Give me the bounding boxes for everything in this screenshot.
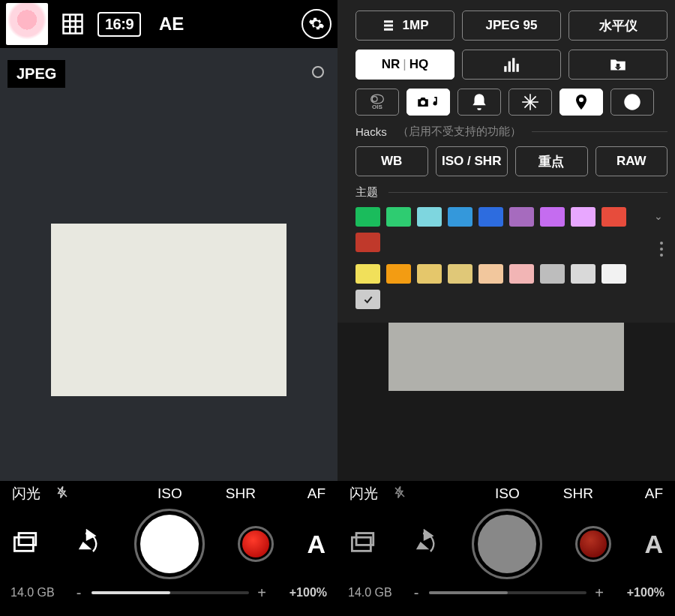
resolution-button[interactable]: 1MP xyxy=(356,11,454,41)
theme-swatch[interactable] xyxy=(448,264,472,284)
divider-line xyxy=(388,192,668,193)
chevron-down-icon[interactable]: ⌄ xyxy=(654,210,663,222)
filter-button[interactable] xyxy=(408,529,438,559)
status-row: 14.0 GB - + +100% xyxy=(346,581,666,604)
divider-text: | xyxy=(403,57,406,72)
zoom-slider[interactable] xyxy=(92,591,249,594)
nr-hq-button[interactable]: NR | HQ xyxy=(356,50,454,80)
theme-swatch[interactable] xyxy=(356,233,380,252)
notification-button[interactable] xyxy=(458,89,501,116)
svg-rect-15 xyxy=(512,58,514,71)
format-badge: JPEG xyxy=(8,60,65,88)
shutter-button[interactable] xyxy=(134,509,205,579)
grid-icon[interactable] xyxy=(62,13,84,35)
theme-swatch[interactable] xyxy=(417,264,442,284)
rotation-lock-button[interactable] xyxy=(610,89,654,116)
theme-swatch[interactable] xyxy=(602,207,626,227)
shutter-button[interactable] xyxy=(472,509,542,579)
flash-label[interactable]: 闪光 xyxy=(350,484,393,503)
camera-icon xyxy=(416,96,430,108)
zoom-in-button[interactable]: + xyxy=(594,584,604,602)
camera-sound-button[interactable] xyxy=(406,89,450,116)
hacks-title: Hacks xyxy=(356,125,387,138)
theme-swatch-selected[interactable] xyxy=(356,290,380,309)
jpeg-quality-button[interactable]: JPEG 95 xyxy=(462,11,561,41)
filter-button[interactable] xyxy=(70,529,100,559)
af-label[interactable]: AF xyxy=(645,485,663,502)
theme-swatch[interactable] xyxy=(417,207,442,227)
raw-hack-button[interactable]: RAW xyxy=(596,146,668,176)
svg-rect-14 xyxy=(508,62,511,72)
iso-label[interactable]: ISO xyxy=(495,485,520,502)
location-pin-icon xyxy=(575,95,587,110)
iso-label[interactable]: ISO xyxy=(158,485,182,502)
shr-label[interactable]: SHR xyxy=(563,485,593,502)
theme-swatch[interactable] xyxy=(571,207,596,227)
settings-row-3: OIS xyxy=(356,89,668,116)
hacks-section-header: Hacks （启用不受支持的功能） xyxy=(356,125,668,139)
shutter-inner xyxy=(140,515,199,573)
ois-text: OIS xyxy=(372,104,382,110)
auto-mode-button[interactable]: A xyxy=(307,530,326,559)
theme-swatch[interactable] xyxy=(540,207,565,227)
flash-label[interactable]: 闪光 xyxy=(12,484,56,503)
iso-shr-hack-button[interactable]: ISO / SHR xyxy=(436,146,508,176)
thumbnail-image xyxy=(6,3,48,45)
theme-swatches: ⌄ xyxy=(356,207,668,309)
more-icon[interactable] xyxy=(660,242,663,257)
theme-swatch[interactable] xyxy=(386,207,411,227)
shutter-inner xyxy=(478,515,536,573)
viewfinder[interactable] xyxy=(51,224,286,396)
save-location-button[interactable] xyxy=(568,50,668,80)
theme-swatch[interactable] xyxy=(540,264,565,284)
ois-icon xyxy=(370,94,385,104)
theme-swatch[interactable] xyxy=(571,264,596,284)
record-inner xyxy=(242,530,269,557)
settings-panel: 1MP JPEG 95 水平仪 NR | HQ OIS xyxy=(338,0,675,323)
theme-swatch[interactable] xyxy=(448,207,472,227)
zoom-out-button[interactable]: - xyxy=(411,584,422,602)
gallery-thumbnail[interactable] xyxy=(6,3,48,45)
record-inner xyxy=(580,530,607,557)
settings-button[interactable] xyxy=(302,9,332,39)
flash-off-icon[interactable] xyxy=(393,485,406,503)
nr-text: NR xyxy=(382,57,400,72)
divider-line xyxy=(532,131,668,132)
record-button[interactable] xyxy=(575,526,611,562)
theme-swatch[interactable] xyxy=(356,264,380,284)
record-button[interactable] xyxy=(238,526,274,562)
flash-off-icon[interactable] xyxy=(56,485,69,503)
label-row: 闪光 ISO SHR AF xyxy=(9,481,328,506)
svg-rect-0 xyxy=(64,15,82,34)
af-label[interactable]: AF xyxy=(308,485,326,502)
svg-rect-10 xyxy=(384,20,393,23)
svg-rect-25 xyxy=(630,101,635,106)
bell-icon xyxy=(470,92,489,112)
theme-swatch[interactable] xyxy=(509,207,534,227)
zoom-slider[interactable] xyxy=(429,591,586,594)
theme-swatch[interactable] xyxy=(602,264,626,284)
wb-hack-button[interactable]: WB xyxy=(356,146,428,176)
ae-button[interactable]: AE xyxy=(159,14,184,35)
theme-swatch[interactable] xyxy=(478,264,503,284)
ois-button[interactable]: OIS xyxy=(356,89,399,116)
aspect-ratio-button[interactable]: 16:9 xyxy=(98,12,141,37)
focus-hack-button[interactable]: 重点 xyxy=(515,146,588,176)
zoom-out-button[interactable]: - xyxy=(74,584,84,602)
theme-swatch[interactable] xyxy=(478,207,503,227)
zoom-in-button[interactable]: + xyxy=(256,584,267,602)
screen-mode-button[interactable] xyxy=(350,532,375,556)
burst-button[interactable] xyxy=(508,89,552,116)
auto-mode-button[interactable]: A xyxy=(644,530,663,559)
level-button[interactable]: 水平仪 xyxy=(568,11,668,41)
geotag-button[interactable] xyxy=(560,89,603,116)
theme-swatch[interactable] xyxy=(386,264,411,284)
screen-mode-button[interactable] xyxy=(12,532,38,556)
svg-rect-12 xyxy=(384,29,393,31)
theme-swatch[interactable] xyxy=(356,207,380,227)
hacks-subtitle: （启用不受支持的功能） xyxy=(398,125,521,139)
theme-swatch[interactable] xyxy=(509,264,534,284)
shr-label[interactable]: SHR xyxy=(226,485,256,502)
svg-marker-30 xyxy=(418,543,427,548)
histogram-button[interactable] xyxy=(462,50,561,80)
